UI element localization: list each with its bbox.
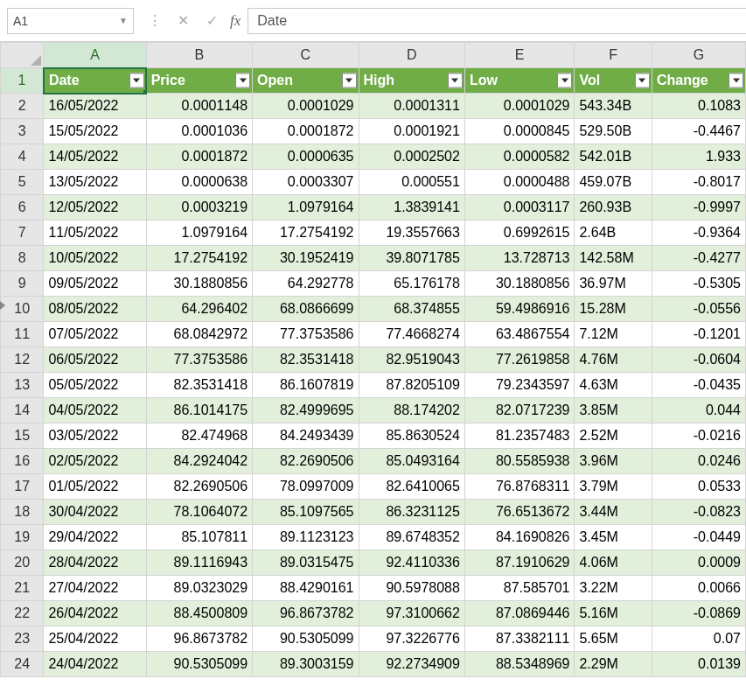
cell-C20[interactable]: 89.0315475 xyxy=(253,550,359,576)
row-header-3[interactable]: 3 xyxy=(1,119,44,144)
cell-D9[interactable]: 65.176178 xyxy=(359,271,464,297)
filter-button-open[interactable] xyxy=(342,74,357,88)
cell-G3[interactable]: -0.4467 xyxy=(652,119,745,144)
cell-B1[interactable]: Price xyxy=(146,68,252,94)
cell-E10[interactable]: 59.4986916 xyxy=(464,297,575,322)
cell-G23[interactable]: 0.07 xyxy=(652,626,745,652)
cell-B11[interactable]: 68.0842972 xyxy=(146,322,252,347)
cell-C22[interactable]: 96.8673782 xyxy=(253,601,359,626)
cell-E19[interactable]: 84.1690826 xyxy=(464,525,575,550)
name-box[interactable]: A1 ▼ xyxy=(7,8,134,34)
cell-A8[interactable]: 10/05/2022 xyxy=(44,246,146,271)
cell-C4[interactable]: 0.0000635 xyxy=(253,144,359,170)
cell-B5[interactable]: 0.0000638 xyxy=(146,170,252,195)
cell-A7[interactable]: 11/05/2022 xyxy=(44,220,146,246)
row-header-7[interactable]: 7 xyxy=(1,220,44,246)
cell-E12[interactable]: 77.2619858 xyxy=(464,347,575,373)
cell-E9[interactable]: 30.1880856 xyxy=(464,271,575,297)
filter-button-change[interactable] xyxy=(729,74,743,88)
cell-A15[interactable]: 03/05/2022 xyxy=(44,424,146,449)
cell-C21[interactable]: 88.4290161 xyxy=(253,576,359,601)
cell-E16[interactable]: 80.5585938 xyxy=(464,449,575,474)
column-header-D[interactable]: D xyxy=(359,43,464,68)
cell-F7[interactable]: 2.64B xyxy=(575,220,652,246)
row-header-10[interactable]: 10 xyxy=(1,297,44,322)
cell-F10[interactable]: 15.28M xyxy=(575,297,652,322)
cell-G10[interactable]: -0.0556 xyxy=(652,297,745,322)
cell-F23[interactable]: 5.65M xyxy=(575,626,652,652)
cell-G4[interactable]: 1.933 xyxy=(652,144,745,170)
cell-D22[interactable]: 97.3100662 xyxy=(359,601,464,626)
cell-G20[interactable]: 0.0009 xyxy=(652,550,745,576)
cell-F21[interactable]: 3.22M xyxy=(575,576,652,601)
cell-G7[interactable]: -0.9364 xyxy=(652,220,745,246)
cell-C17[interactable]: 78.0997009 xyxy=(253,474,359,500)
cell-E2[interactable]: 0.0001029 xyxy=(464,94,575,119)
row-header-5[interactable]: 5 xyxy=(1,170,44,195)
cell-C24[interactable]: 89.3003159 xyxy=(253,652,359,677)
cell-A12[interactable]: 06/05/2022 xyxy=(44,347,146,373)
cell-F16[interactable]: 3.96M xyxy=(575,449,652,474)
cell-F20[interactable]: 4.06M xyxy=(575,550,652,576)
cell-F1[interactable]: Vol xyxy=(575,68,652,94)
cell-G12[interactable]: -0.0604 xyxy=(652,347,745,373)
cell-D1[interactable]: High xyxy=(359,68,464,94)
row-header-15[interactable]: 15 xyxy=(1,424,44,449)
cell-G6[interactable]: -0.9997 xyxy=(652,195,745,220)
cell-C15[interactable]: 84.2493439 xyxy=(253,424,359,449)
cell-G8[interactable]: -0.4277 xyxy=(652,246,745,271)
cell-B9[interactable]: 30.1880856 xyxy=(146,271,252,297)
cell-B2[interactable]: 0.0001148 xyxy=(146,94,252,119)
cell-B19[interactable]: 85.107811 xyxy=(146,525,252,550)
cell-B6[interactable]: 0.0003219 xyxy=(146,195,252,220)
cell-A14[interactable]: 04/05/2022 xyxy=(44,398,146,424)
cell-B21[interactable]: 89.0323029 xyxy=(146,576,252,601)
filter-button-low[interactable] xyxy=(557,74,572,88)
cell-B15[interactable]: 82.474968 xyxy=(146,424,252,449)
cell-C5[interactable]: 0.0003307 xyxy=(253,170,359,195)
cell-D13[interactable]: 87.8205109 xyxy=(359,373,464,398)
cell-G11[interactable]: -0.1201 xyxy=(652,322,745,347)
cell-C8[interactable]: 30.1952419 xyxy=(253,246,359,271)
cell-A17[interactable]: 01/05/2022 xyxy=(44,474,146,500)
formula-input[interactable]: Date xyxy=(248,8,746,34)
cell-A4[interactable]: 14/05/2022 xyxy=(44,144,146,170)
cell-F14[interactable]: 3.85M xyxy=(575,398,652,424)
cell-E23[interactable]: 87.3382111 xyxy=(464,626,575,652)
cell-E21[interactable]: 87.585701 xyxy=(464,576,575,601)
cell-F24[interactable]: 2.29M xyxy=(575,652,652,677)
cell-G9[interactable]: -0.5305 xyxy=(652,271,745,297)
cell-A21[interactable]: 27/04/2022 xyxy=(44,576,146,601)
cell-E7[interactable]: 0.6992615 xyxy=(464,220,575,246)
cell-B22[interactable]: 88.4500809 xyxy=(146,601,252,626)
cell-A22[interactable]: 26/04/2022 xyxy=(44,601,146,626)
cell-D24[interactable]: 92.2734909 xyxy=(359,652,464,677)
cell-D12[interactable]: 82.9519043 xyxy=(359,347,464,373)
cell-D5[interactable]: 0.000551 xyxy=(359,170,464,195)
column-header-E[interactable]: E xyxy=(464,43,575,68)
column-header-A[interactable]: A xyxy=(44,43,146,68)
row-header-8[interactable]: 8 xyxy=(1,246,44,271)
cell-D14[interactable]: 88.174202 xyxy=(359,398,464,424)
cell-C6[interactable]: 1.0979164 xyxy=(253,195,359,220)
enter-icon[interactable]: ✓ xyxy=(206,12,218,29)
cell-A1[interactable]: Date xyxy=(44,68,146,94)
row-header-20[interactable]: 20 xyxy=(1,550,44,576)
cell-G21[interactable]: 0.0066 xyxy=(652,576,745,601)
row-header-12[interactable]: 12 xyxy=(1,347,44,373)
cell-D23[interactable]: 97.3226776 xyxy=(359,626,464,652)
cell-A20[interactable]: 28/04/2022 xyxy=(44,550,146,576)
cell-E8[interactable]: 13.728713 xyxy=(464,246,575,271)
cell-A5[interactable]: 13/05/2022 xyxy=(44,170,146,195)
cell-G14[interactable]: 0.044 xyxy=(652,398,745,424)
cell-F19[interactable]: 3.45M xyxy=(575,525,652,550)
cell-A18[interactable]: 30/04/2022 xyxy=(44,500,146,525)
cell-A2[interactable]: 16/05/2022 xyxy=(44,94,146,119)
row-header-23[interactable]: 23 xyxy=(1,626,44,652)
column-header-G[interactable]: G xyxy=(652,43,745,68)
cancel-icon[interactable]: ✕ xyxy=(178,12,189,29)
cell-B8[interactable]: 17.2754192 xyxy=(146,246,252,271)
cell-D18[interactable]: 86.3231125 xyxy=(359,500,464,525)
cell-F8[interactable]: 142.58M xyxy=(575,246,652,271)
cell-D8[interactable]: 39.8071785 xyxy=(359,246,464,271)
